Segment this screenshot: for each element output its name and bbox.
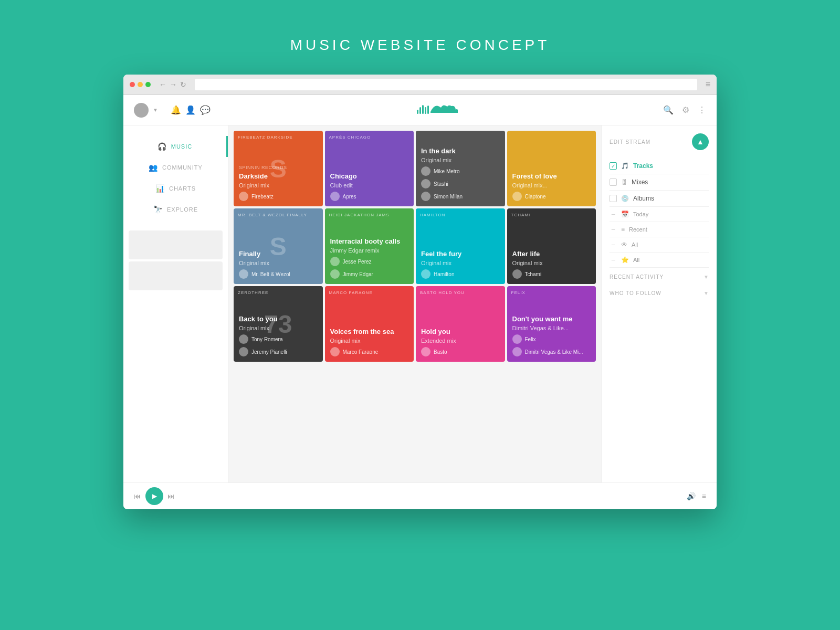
- track-artist: Jeremy Pianelli: [239, 347, 318, 356]
- track-card[interactable]: TCHAMI After life Original mix Tchami: [507, 208, 596, 284]
- who-to-follow-chevron[interactable]: ▼: [704, 290, 709, 296]
- filter-dash-3: –: [610, 241, 617, 248]
- card-top-label: MARCO FARAONE: [329, 290, 373, 295]
- track-title: After life: [512, 250, 591, 259]
- back-button[interactable]: ←: [159, 80, 166, 89]
- artist-name: Firebeatz: [251, 194, 274, 200]
- messages-icon[interactable]: 💬: [200, 105, 211, 115]
- edit-stream-title: EDIT STREAM: [610, 139, 650, 145]
- track-card[interactable]: MARCO FARAONE Voices from the sea Origin…: [325, 286, 414, 362]
- recent-activity-chevron[interactable]: ▼: [704, 274, 709, 280]
- track-subtitle: Original mix: [421, 260, 500, 266]
- music-icon: 🎧: [158, 142, 167, 151]
- track-card[interactable]: FELIX Don't you want me Dimitri Vegas & …: [507, 286, 596, 362]
- avatar[interactable]: [134, 103, 149, 118]
- artist-avatar: [512, 192, 522, 201]
- eye-icon: 👁: [621, 241, 627, 248]
- soundcloud-logo[interactable]: [416, 100, 458, 120]
- dot-yellow: [138, 82, 143, 87]
- filter-recent[interactable]: – ≡ Recent: [610, 222, 709, 237]
- track-card[interactable]: HEIDI JACKATHON JAMS Interracial booty c…: [325, 208, 414, 284]
- filter-all-2[interactable]: – ⭐ All: [610, 253, 709, 268]
- artist-name: Basto: [434, 349, 447, 355]
- mixes-label: Mixes: [632, 178, 648, 186]
- stream-option-mixes[interactable]: 🎛 Mixes: [610, 174, 709, 191]
- track-title: In the dark: [421, 147, 500, 156]
- track-card[interactable]: In the dark Original mix Mike Metro Stas…: [416, 131, 505, 206]
- browser-window: ← → ↻ ≡ ▼ 🔔 👤 💬: [123, 75, 717, 509]
- app-layout: 🎧 MUSIC 👥 COMMUNITY 📊 CHARTS 🔭 EXPLORE F…: [123, 125, 717, 482]
- playlist-icon[interactable]: ≡: [702, 492, 706, 500]
- stream-option-tracks[interactable]: ✓ 🎵 Tracks: [610, 158, 709, 174]
- artist-avatar: [512, 269, 522, 279]
- next-button[interactable]: ⏭: [167, 492, 175, 500]
- artist-avatar: [421, 269, 430, 279]
- volume-icon[interactable]: 🔊: [687, 492, 696, 500]
- sidebar-item-community[interactable]: 👥 COMMUNITY: [123, 157, 228, 178]
- more-icon[interactable]: ⋮: [698, 105, 706, 115]
- track-subtitle: Original mix: [239, 182, 318, 188]
- track-card[interactable]: MR. BELT & WEZOL FINALLYS Finally Origin…: [234, 208, 323, 284]
- track-artist: Mr. Belt & Wezol: [239, 269, 318, 279]
- artist-avatar: [330, 269, 340, 279]
- track-subtitle: Original mix...: [512, 182, 591, 188]
- track-artist: Simon Milan: [421, 192, 500, 201]
- browser-dots: [130, 82, 151, 87]
- sidebar-label-explore: EXPLORE: [167, 206, 198, 213]
- artist-name: Mr. Belt & Wezol: [251, 271, 290, 277]
- track-artist: Firebeatz: [239, 192, 318, 201]
- browser-menu-icon: ≡: [706, 80, 710, 89]
- header-right: 🔍 ⚙ ⋮: [663, 105, 706, 115]
- sidebar-item-music[interactable]: 🎧 MUSIC: [123, 136, 228, 157]
- tracks-check: ✓: [610, 162, 617, 170]
- card-top-label: MR. BELT & WEZOL FINALLY: [238, 213, 307, 217]
- tracks-label: Tracks: [633, 162, 653, 170]
- artist-name: Mike Metro: [434, 169, 459, 174]
- track-card[interactable]: Forest of love Original mix... Claptone: [507, 131, 596, 206]
- artist-avatar: [239, 347, 248, 356]
- track-artist: Stashi: [421, 179, 500, 188]
- search-icon[interactable]: 🔍: [663, 105, 674, 115]
- dropdown-icon[interactable]: ▼: [153, 107, 158, 113]
- up-button[interactable]: ▲: [692, 133, 709, 150]
- stream-option-albums[interactable]: 💿 Albums: [610, 191, 709, 207]
- albums-label: Albums: [633, 195, 654, 202]
- refresh-button[interactable]: ↻: [180, 80, 186, 89]
- artist-name: Stashi: [434, 181, 448, 187]
- filter-all-2-label: All: [633, 257, 639, 263]
- user-icon[interactable]: 👤: [185, 105, 196, 115]
- track-card[interactable]: BASTO HOLD YOU Hold you Extended mix Bas…: [416, 286, 505, 362]
- artist-avatar: [421, 192, 430, 201]
- artist-avatar: [239, 334, 248, 344]
- track-subtitle: Original mix: [239, 260, 318, 266]
- prev-button[interactable]: ⏮: [134, 492, 141, 500]
- sidebar-item-charts[interactable]: 📊 CHARTS: [123, 178, 228, 199]
- track-artist: Felix: [512, 334, 591, 344]
- notification-icon[interactable]: 🔔: [171, 105, 181, 115]
- sidebar-label-charts: CHARTS: [169, 185, 196, 192]
- filter-today-label: Today: [633, 211, 648, 217]
- filter-all-1-label: All: [632, 242, 638, 248]
- forward-button[interactable]: →: [170, 80, 177, 89]
- track-card[interactable]: FIREBEATZ DARKSIDES Spinnin Records Dark…: [234, 131, 323, 206]
- dot-red: [130, 82, 135, 87]
- artist-avatar: [330, 192, 340, 201]
- track-artist: Jesse Perez: [330, 257, 409, 266]
- track-card[interactable]: ZEROTHREE73 Back to you Original mix Ton…: [234, 286, 323, 362]
- url-bar[interactable]: [195, 79, 697, 90]
- track-artist: Dimitri Vegas & Like Mi...: [512, 347, 591, 356]
- sidebar-item-explore[interactable]: 🔭 EXPLORE: [123, 199, 228, 220]
- filter-all-1[interactable]: – 👁 All: [610, 237, 709, 253]
- artist-avatar: [330, 347, 340, 356]
- filter-today[interactable]: – 📅 Today: [610, 207, 709, 222]
- artist-avatar: [512, 347, 522, 356]
- artist-name: Hamilton: [434, 271, 454, 277]
- track-title: Don't you want me: [512, 315, 591, 324]
- play-button[interactable]: ▶: [145, 487, 163, 505]
- track-card[interactable]: APRÈS CHICAGO Chicago Club edit Apres: [325, 131, 414, 206]
- player-bar: ⏮ ▶ ⏭ 🔊 ≡: [123, 482, 717, 509]
- settings-icon[interactable]: ⚙: [682, 105, 689, 115]
- charts-icon: 📊: [155, 184, 165, 193]
- sidebar-label-community: COMMUNITY: [162, 164, 203, 171]
- track-card[interactable]: HAMILTON Feel the fury Original mix Hami…: [416, 208, 505, 284]
